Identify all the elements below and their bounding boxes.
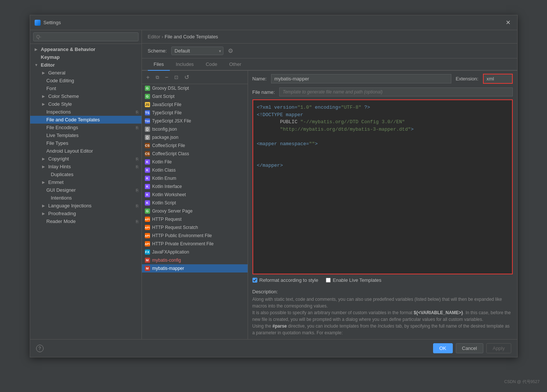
sidebar-item-android-layout-editor[interactable]: Android Layout Editor (30, 147, 141, 155)
file-item-kotlin-worksheet[interactable]: K Kotlin Worksheet (142, 191, 248, 199)
sidebar-item-editor[interactable]: ▼ Editor (30, 61, 141, 69)
sidebar-item-label: Emmet (48, 179, 64, 185)
sidebar-item-font[interactable]: Font (30, 85, 141, 92)
sidebar-item-proofreading[interactable]: ▶ Proofreading (30, 210, 141, 217)
code-line: <?xml version="1.0" encoding="UTF-8" ?> (257, 104, 508, 111)
file-item-groovy-dsl-script[interactable]: G Groovy DSL Script (142, 84, 248, 92)
sidebar-item-code-editing[interactable]: Code Editing (30, 77, 141, 85)
dialog-title-text: Settings (44, 20, 61, 25)
sidebar-item-duplicates[interactable]: Duplicates (30, 170, 141, 178)
file-item-javafxapplication[interactable]: FX JavaFXApplication (142, 248, 248, 256)
duplicate-template-button[interactable]: ⊡ (173, 74, 180, 81)
code-editor[interactable]: <?xml version="1.0" encoding="UTF-8" ?> … (252, 99, 513, 274)
sidebar-item-label: Inspections (47, 109, 71, 115)
search-box (30, 30, 141, 44)
scheme-select[interactable]: Default Project (171, 47, 223, 55)
code-line: "http://mybatis.org/dtd/mybatis-3-mapper… (257, 126, 508, 133)
sidebar-item-general[interactable]: ▶ General (30, 69, 141, 77)
tab-code-label: Code (206, 61, 217, 67)
sidebar-item-color-scheme[interactable]: ▶ Color Scheme (30, 92, 141, 100)
file-item-groovy-server-page[interactable]: G Groovy Server Page (142, 207, 248, 215)
ok-button[interactable]: OK (433, 343, 453, 353)
file-item-typescript-file[interactable]: TS TypeScript File (142, 109, 248, 117)
file-item-label: HTTP Request Scratch (152, 225, 198, 230)
search-input[interactable] (33, 32, 139, 41)
cancel-button[interactable]: Cancel (456, 343, 483, 353)
sidebar-item-keymap[interactable]: Keymap (30, 53, 141, 61)
sidebar-item-file-and-code-templates[interactable]: File and Code Templates (30, 116, 141, 124)
file-item-mybatis-config[interactable]: M mybatis-config (142, 256, 248, 264)
help-button[interactable]: ? (36, 345, 44, 352)
sidebar-item-reader-mode[interactable]: Reader Mode ⎘ (30, 217, 141, 225)
file-item-http-public-environment[interactable]: API HTTP Public Environment File (142, 232, 248, 240)
http-icon: API (145, 225, 150, 230)
sidebar-item-gui-designer[interactable]: GUI Designer ⎘ (30, 186, 141, 194)
sidebar-item-emmet[interactable]: ▶ Emmet (30, 178, 141, 186)
file-item-kotlin-script[interactable]: K Kotlin Script (142, 199, 248, 207)
ext-input[interactable] (483, 74, 513, 84)
file-item-typescript-jsx-file[interactable]: TSX TypeScript JSX File (142, 117, 248, 125)
sidebar-item-code-style[interactable]: ▶ Code Style (30, 100, 141, 108)
add-template-button[interactable]: + (145, 73, 151, 82)
sidebar-item-inspections[interactable]: Inspections ⎘ (30, 108, 141, 116)
sidebar-item-intentions[interactable]: Intentions (30, 194, 141, 202)
sidebar-item-label: Reader Mode (47, 219, 76, 224)
file-item-package-json[interactable]: {} package.json (142, 133, 248, 141)
file-item-http-request-scratch[interactable]: API HTTP Request Scratch (142, 223, 248, 232)
undo-button[interactable]: ↺ (183, 73, 191, 82)
file-item-label: Kotlin Class (152, 168, 176, 173)
watermark: CSDN @ 代号9527 (504, 379, 540, 385)
badge-icon: ⎘ (136, 125, 139, 130)
copy-template-button[interactable]: ⧉ (154, 74, 160, 81)
tab-files[interactable]: Files (148, 58, 170, 71)
file-item-kotlin-class[interactable]: K Kotlin Class (142, 166, 248, 174)
scheme-select-wrapper[interactable]: Default Project (171, 47, 223, 55)
apply-button[interactable]: Apply (486, 343, 511, 353)
reformat-checkbox[interactable] (252, 278, 257, 283)
file-item-coffeescript-class[interactable]: CS CoffeeScript Class (142, 150, 248, 158)
file-item-label: CoffeeScript File (152, 143, 185, 148)
file-item-http-request[interactable]: API HTTP Request (142, 215, 248, 223)
file-item-kotlin-interface[interactable]: K Kotlin Interface (142, 182, 248, 191)
file-list-panel: + ⧉ − ⊡ ↺ G Groovy DSL Script G Ga (142, 71, 248, 339)
live-templates-checkbox[interactable] (326, 278, 331, 283)
sidebar-item-label: Language Injections (48, 203, 92, 208)
reformat-checkbox-label[interactable]: Reformat according to style (252, 277, 318, 283)
footer-right: OK Cancel Apply (433, 343, 511, 353)
badge-icon: ⎘ (136, 204, 139, 208)
tab-includes-label: Includes (176, 61, 194, 67)
sidebar-item-inlay-hints[interactable]: ▶ Inlay Hints ⎘ (30, 163, 141, 170)
tab-other[interactable]: Other (223, 58, 247, 71)
sidebar-item-appearance[interactable]: ▶ Appearance & Behavior (30, 45, 141, 53)
tab-includes[interactable]: Includes (170, 58, 200, 71)
file-item-kotlin-enum[interactable]: K Kotlin Enum (142, 174, 248, 182)
file-item-coffeescript-file[interactable]: CS CoffeeScript File (142, 141, 248, 150)
breadcrumb-part-editor: Editor (148, 34, 160, 39)
file-item-javascript-file[interactable]: JS JavaScript File (142, 101, 248, 109)
file-item-gant-script[interactable]: G Gant Script (142, 92, 248, 101)
badge-icon: ⎘ (136, 188, 139, 192)
sidebar-item-live-templates[interactable]: Live Templates (30, 131, 141, 139)
remove-template-button[interactable]: − (163, 73, 170, 82)
gear-icon[interactable]: ⚙ (228, 47, 233, 54)
file-item-kotlin-file[interactable]: K Kotlin File (142, 158, 248, 166)
filename-input[interactable] (279, 87, 512, 96)
sidebar-item-label: Font (47, 86, 56, 91)
live-templates-checkbox-label[interactable]: Enable Live Templates (326, 277, 382, 283)
help-icon: ? (38, 346, 41, 351)
file-item-tsconfig-json[interactable]: {} tsconfig.json (142, 125, 248, 133)
kotlin-icon: K (145, 176, 150, 181)
sidebar-item-file-encodings[interactable]: File Encodings ⎘ (30, 124, 141, 131)
file-item-mybatis-mapper[interactable]: M mybatis-mapper (142, 264, 248, 273)
editor-panel: Name: Extension: File name: <?xml versio… (248, 71, 517, 339)
code-line: PUBLIC "-//mybatis.org//DTD Config 3.0//… (257, 118, 508, 126)
tab-code[interactable]: Code (200, 58, 223, 71)
sidebar-item-file-types[interactable]: File Types (30, 139, 141, 147)
name-input[interactable] (271, 74, 451, 83)
sidebar-item-copyright[interactable]: ▶ Copyright ⎘ (30, 155, 141, 163)
file-item-label: Kotlin Interface (152, 184, 182, 189)
reformat-label: Reformat according to style (260, 277, 318, 283)
file-item-http-private-environment[interactable]: API HTTP Private Environment File (142, 240, 248, 248)
close-button[interactable]: ✕ (503, 18, 513, 27)
sidebar-item-language-injections[interactable]: ▶ Language Injections ⎘ (30, 202, 141, 210)
